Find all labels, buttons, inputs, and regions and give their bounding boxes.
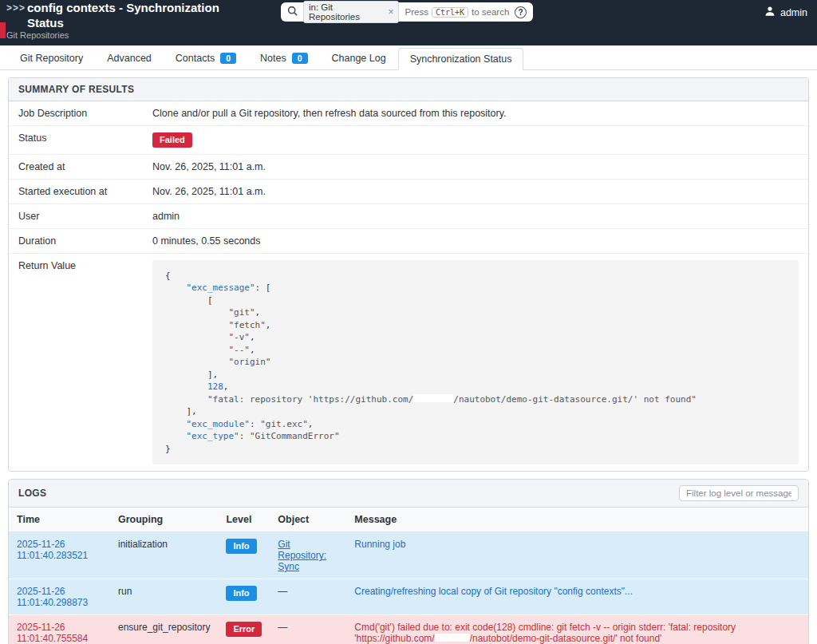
logs-heading-label: LOGS	[18, 488, 46, 499]
user-menu[interactable]: admin	[764, 6, 807, 19]
tab-contacts[interactable]: Contacts 0	[164, 47, 248, 69]
row-label: Created at	[9, 154, 143, 179]
log-level-badge: Info	[226, 539, 256, 554]
log-level-badge: Error	[226, 622, 262, 637]
summary-row-user: User admin	[9, 203, 808, 228]
row-label: Job Description	[9, 101, 143, 126]
log-time-link[interactable]: 2025-11-26 11:01:40.298873	[17, 586, 88, 608]
duration-value: 0 minutes, 0.55 seconds	[143, 228, 808, 253]
search-icon	[287, 5, 298, 19]
search-scope-chip[interactable]: in: Git Repositories ×	[303, 1, 399, 23]
status-badge: Failed	[152, 132, 192, 148]
summary-row-started-at: Started execution at Nov. 26, 2025, 11:0…	[9, 179, 808, 203]
log-object-empty: —	[278, 622, 287, 633]
tab-synchronization-status[interactable]: Synchronization Status	[398, 48, 524, 70]
search-placeholder: Press Ctrl+K to search	[405, 7, 509, 18]
log-row: 2025-11-26 11:01:40.755584 ensure_git_re…	[9, 615, 808, 644]
tab-notes[interactable]: Notes 0	[248, 47, 320, 69]
summary-heading-label: SUMMARY OF RESULTS	[18, 84, 134, 95]
summary-row-return-value: Return Value { "exc_message": [ [ "git",…	[9, 253, 808, 471]
col-header-level: Level	[218, 508, 270, 532]
log-time-link[interactable]: 2025-11-26 11:01:40.755584	[17, 622, 88, 644]
log-object-empty: —	[278, 586, 287, 597]
row-label: Duration	[9, 228, 143, 253]
contacts-count-badge: 0	[220, 53, 236, 64]
global-search[interactable]: in: Git Repositories × Press Ctrl+K to s…	[281, 2, 533, 22]
log-filter-input[interactable]	[679, 485, 799, 501]
username-label: admin	[780, 7, 807, 18]
search-scope-label: in: Git Repositories	[309, 2, 384, 22]
log-message-link[interactable]: Creating/refreshing local copy of Git re…	[354, 586, 633, 597]
top-navbar: >>> config contexts - Synchronization St…	[0, 0, 817, 45]
log-time-link[interactable]: 2025-11-26 11:01:40.283521	[17, 539, 88, 561]
log-error-message: Cmd('git') failed due to: exit code(128)…	[346, 615, 808, 644]
log-error-message-after: /nautobot/demo-git-datasource.git/' not …	[470, 633, 662, 644]
tab-change-log[interactable]: Change Log	[320, 47, 398, 69]
col-header-message: Message	[346, 508, 808, 532]
summary-row-job-description: Job Description Clone and/or pull a Git …	[9, 101, 808, 126]
summary-row-status: Status Failed	[9, 126, 808, 155]
nautobot-logo[interactable]: >>>	[6, 2, 26, 14]
log-level-badge: Info	[226, 586, 256, 601]
log-row: 2025-11-26 11:01:40.298873 run Info — Cr…	[9, 579, 808, 615]
logs-panel: LOGS Time Grouping Level Object Message …	[8, 479, 809, 644]
tab-notes-label: Notes	[260, 53, 286, 64]
row-label: Return Value	[9, 253, 143, 471]
tab-git-repository[interactable]: Git Repository	[8, 47, 95, 69]
tab-bar: Git Repository Advanced Contacts 0 Notes…	[0, 45, 817, 70]
sidebar-accent	[0, 22, 6, 38]
log-grouping: initialization	[110, 532, 218, 579]
logs-header-row: Time Grouping Level Object Message	[9, 508, 808, 532]
notes-count-badge: 0	[292, 53, 308, 64]
summary-row-created-at: Created at Nov. 26, 2025, 11:01 a.m.	[9, 154, 808, 179]
ctrl-k-kbd: Ctrl+K	[432, 7, 468, 18]
tab-advanced[interactable]: Advanced	[95, 47, 164, 69]
tab-contacts-label: Contacts	[176, 53, 215, 64]
col-header-object: Object	[270, 508, 346, 532]
started-at-value: Nov. 26, 2025, 11:01 a.m.	[143, 179, 808, 203]
summary-panel: SUMMARY OF RESULTS Job Description Clone…	[8, 77, 809, 472]
logs-table: Time Grouping Level Object Message 2025-…	[9, 508, 808, 644]
redacted-text	[435, 634, 470, 642]
help-icon[interactable]: ?	[515, 6, 527, 18]
log-message-link[interactable]: Running job	[354, 539, 405, 550]
user-value: admin	[143, 203, 808, 228]
log-object-link[interactable]: Git Repository: Sync	[278, 539, 326, 572]
page-title: config contexts - Synchronization Status	[27, 1, 241, 31]
chip-close-icon[interactable]: ×	[388, 7, 393, 17]
summary-table: Job Description Clone and/or pull a Git …	[9, 101, 808, 471]
col-header-time: Time	[9, 508, 110, 532]
search-hint-prefix: Press	[405, 7, 428, 17]
row-label: User	[9, 203, 143, 228]
log-grouping: ensure_git_repository	[110, 615, 218, 644]
col-header-grouping: Grouping	[110, 508, 218, 532]
row-label: Status	[9, 126, 143, 155]
search-hint-suffix: to search	[472, 7, 509, 17]
row-label: Started execution at	[9, 179, 143, 203]
summary-panel-heading: SUMMARY OF RESULTS	[9, 78, 808, 101]
summary-row-duration: Duration 0 minutes, 0.55 seconds	[9, 228, 808, 253]
job-description-value: Clone and/or pull a Git repository, then…	[143, 101, 808, 126]
return-value-code: { "exc_message": [ [ "git", "fetch", "-v…	[152, 260, 799, 465]
user-icon	[764, 6, 776, 19]
created-at-value: Nov. 26, 2025, 11:01 a.m.	[143, 154, 808, 179]
logs-panel-heading: LOGS	[9, 480, 808, 508]
log-grouping: run	[110, 579, 218, 615]
log-row: 2025-11-26 11:01:40.283521 initializatio…	[9, 532, 808, 579]
breadcrumb[interactable]: Git Repositories	[6, 30, 69, 40]
